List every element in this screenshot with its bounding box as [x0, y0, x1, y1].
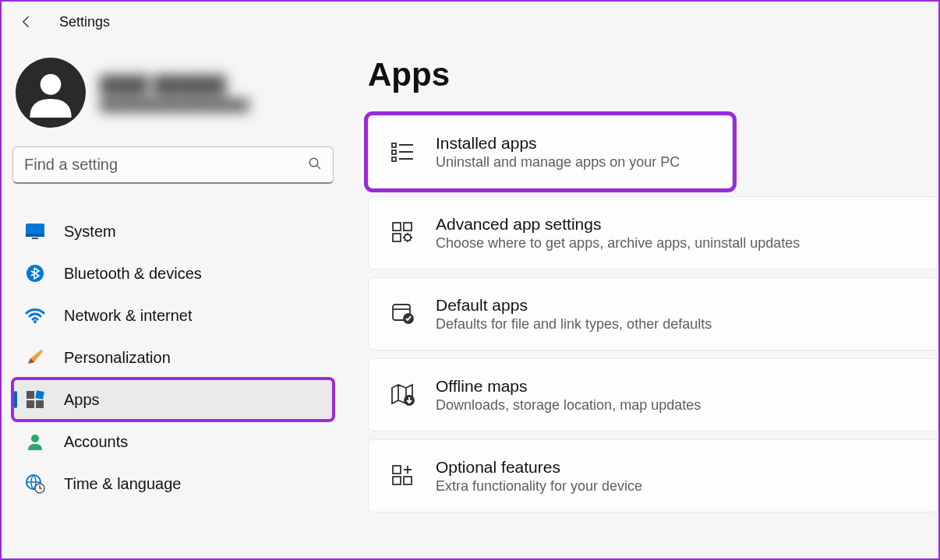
- card-title: Installed apps: [436, 134, 710, 153]
- card-advanced-app-settings[interactable]: Advanced app settings Choose where to ge…: [368, 196, 938, 269]
- card-desc: Choose where to get apps, archive apps, …: [436, 235, 916, 252]
- card-optional-features[interactable]: Optional features Extra functionality fo…: [368, 439, 938, 512]
- wifi-icon: [25, 305, 45, 326]
- person-icon: [25, 431, 45, 452]
- map-download-icon: [390, 382, 415, 407]
- card-title: Optional features: [436, 458, 916, 477]
- nav-accounts[interactable]: Accounts: [12, 421, 334, 463]
- nav-label: Personalization: [64, 349, 171, 367]
- card-title: Default apps: [436, 296, 916, 315]
- search-input[interactable]: [24, 156, 308, 174]
- clock-globe-icon: [25, 474, 45, 494]
- grid-gear-icon: [390, 220, 415, 245]
- card-default-apps[interactable]: Default apps Defaults for file and link …: [368, 277, 938, 350]
- svg-rect-25: [393, 477, 401, 484]
- page-heading: Apps: [368, 56, 938, 93]
- list-icon: [390, 139, 415, 164]
- nav-label: Network & internet: [64, 307, 193, 325]
- svg-rect-16: [392, 157, 396, 161]
- svg-rect-8: [35, 390, 44, 400]
- card-installed-apps[interactable]: Installed apps Uninstall and manage apps…: [368, 115, 733, 188]
- profile-block[interactable]: ████ ██████ ██████████████████: [12, 53, 334, 146]
- card-desc: Uninstall and manage apps on your PC: [436, 154, 710, 171]
- nav-system[interactable]: System: [12, 210, 334, 252]
- card-desc: Downloads, storage location, map updates: [436, 397, 916, 414]
- nav-label: Accounts: [64, 433, 128, 451]
- nav-network[interactable]: Network & internet: [12, 294, 334, 336]
- system-icon: [25, 221, 45, 241]
- nav-label: Apps: [64, 391, 100, 409]
- bluetooth-icon: [25, 263, 45, 284]
- svg-rect-18: [404, 223, 412, 231]
- nav-label: System: [64, 223, 116, 241]
- svg-rect-4: [32, 238, 38, 239]
- nav-bluetooth[interactable]: Bluetooth & devices: [12, 252, 334, 294]
- nav-apps[interactable]: Apps: [12, 379, 334, 421]
- svg-rect-7: [27, 391, 34, 399]
- window-check-icon: [390, 301, 415, 326]
- card-offline-maps[interactable]: Offline maps Downloads, storage location…: [368, 358, 938, 431]
- svg-rect-10: [36, 400, 44, 408]
- nav-label: Time & language: [64, 475, 181, 493]
- avatar: [16, 58, 86, 128]
- app-title: Settings: [59, 14, 110, 30]
- card-title: Offline maps: [436, 377, 916, 396]
- nav-personalization[interactable]: Personalization: [12, 336, 334, 379]
- svg-rect-14: [392, 143, 396, 147]
- search-icon: [308, 157, 322, 174]
- card-title: Advanced app settings: [436, 215, 916, 234]
- svg-rect-24: [393, 466, 401, 474]
- apps-icon: [25, 389, 45, 410]
- svg-rect-9: [27, 400, 34, 408]
- svg-rect-15: [392, 150, 396, 154]
- svg-point-11: [31, 435, 39, 442]
- svg-point-6: [34, 320, 37, 323]
- svg-rect-17: [393, 223, 401, 231]
- svg-point-0: [41, 74, 62, 95]
- sidebar: ████ ██████ ██████████████████ System: [2, 37, 345, 555]
- nav-timelang[interactable]: Time & language: [12, 463, 334, 505]
- back-button[interactable]: [17, 12, 36, 31]
- card-desc: Defaults for file and link types, other …: [436, 316, 916, 333]
- svg-point-1: [309, 158, 318, 167]
- main-content: Apps Installed apps Uninstall and manage…: [345, 37, 938, 555]
- search-box[interactable]: [12, 146, 334, 184]
- nav-label: Bluetooth & devices: [64, 265, 202, 283]
- card-desc: Extra functionality for your device: [436, 478, 916, 495]
- profile-text-redacted: ████ ██████ ██████████████████: [100, 75, 249, 111]
- svg-rect-3: [26, 234, 44, 237]
- svg-rect-26: [404, 477, 412, 484]
- paintbrush-icon: [25, 347, 45, 368]
- grid-plus-icon: [390, 463, 415, 488]
- svg-rect-19: [393, 234, 401, 241]
